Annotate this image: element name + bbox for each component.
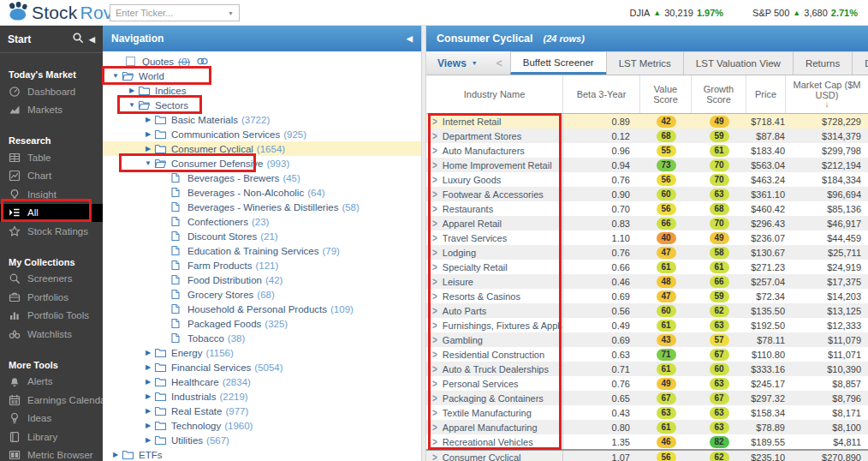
row-expand-icon[interactable]: > [432, 276, 437, 287]
tree-item-healthcare[interactable]: ▶Healthcare(2834) [103, 374, 421, 389]
tree-item-sectors[interactable]: ▼Sectors [103, 98, 421, 112]
expand-arrow-icon[interactable]: ▶ [142, 378, 154, 386]
tree-item-packaged-foods[interactable]: Packaged Foods(325) [103, 316, 421, 331]
column-header-beta-3-year[interactable]: Beta 3-Year [563, 75, 640, 113]
table-row-furnishings-fixtures-applian[interactable]: >Furnishings, Fixtures & Applian...0.496… [426, 318, 868, 332]
row-expand-icon[interactable]: > [432, 232, 437, 243]
table-row-gambling[interactable]: >Gambling0.694357$78.11$11,079 [426, 332, 868, 347]
row-expand-icon[interactable]: > [432, 436, 437, 447]
tree-item-education-training-services[interactable]: Education & Training Services(79) [103, 243, 421, 258]
search-icon[interactable] [72, 32, 84, 46]
row-expand-icon[interactable]: > [432, 218, 437, 229]
collapse-arrow-icon[interactable]: ▼ [110, 72, 122, 80]
table-row-auto-truck-dealerships[interactable]: >Auto & Truck Dealerships0.716160$333.16… [426, 362, 868, 376]
tree-item-energy[interactable]: ▶Energy(1156) [103, 345, 421, 360]
tree-item-beverages-wineries-distilleries[interactable]: Beverages - Wineries & Distilleries(58) [103, 200, 421, 214]
row-expand-icon[interactable]: > [432, 116, 437, 127]
collapse-navigation-icon[interactable] [407, 34, 413, 43]
row-expand-icon[interactable]: > [432, 247, 437, 258]
tree-item-farm-products[interactable]: Farm Products(121) [103, 258, 421, 272]
sidebar-item-portfolios[interactable]: Portfolios [0, 288, 103, 307]
tree-item-real-estate[interactable]: ▶Real Estate(977) [103, 404, 421, 418]
tree-item-consumer-cyclical[interactable]: ▶Consumer Cyclical(1654) [103, 141, 421, 156]
ticker-dropdown-icon[interactable] [228, 10, 234, 16]
tree-item-grocery-stores[interactable]: Grocery Stores(68) [103, 287, 421, 302]
expand-arrow-icon[interactable]: ▶ [142, 407, 154, 415]
column-header-growth-score[interactable]: Growth Score [692, 75, 746, 113]
table-row-internet-retail[interactable]: >Internet Retail0.894249$718.41$728,229 [426, 114, 868, 129]
tree-item-consumer-defensive[interactable]: ▼Consumer Defensive(993) [103, 156, 421, 171]
tab-lst-metrics[interactable]: LST Metrics [606, 51, 683, 75]
table-row-auto-parts[interactable]: >Auto Parts0.566062$135.50$13,125 [426, 303, 868, 318]
sidebar-item-portfolio-tools[interactable]: Portfolio Tools [0, 307, 103, 326]
expand-arrow-icon[interactable]: ▶ [142, 392, 154, 400]
row-expand-icon[interactable]: > [432, 422, 437, 433]
tree-item-quotes[interactable]: Quotes(0) [103, 54, 421, 69]
tree-item-food-distribution[interactable]: Food Distribution(42) [103, 272, 421, 287]
views-dropdown-button[interactable]: Views [426, 57, 489, 69]
tree-item-basic-materials[interactable]: ▶Basic Materials(3722) [103, 112, 421, 127]
row-expand-icon[interactable]: > [432, 145, 437, 156]
expand-arrow-icon[interactable]: ▶ [126, 87, 138, 94]
table-row-apparel-retail[interactable]: >Apparel Retail0.836670$296.43$46,917 [426, 216, 868, 230]
expand-arrow-icon[interactable]: ▶ [142, 349, 154, 356]
sidebar-item-dashboard[interactable]: Dashboard [0, 82, 103, 101]
table-row-luxury-goods[interactable]: >Luxury Goods0.765670$463.24$184,334 [426, 172, 868, 187]
sidebar-item-watchlists[interactable]: Watchlists [0, 325, 103, 344]
collapse-arrow-icon[interactable]: ▼ [142, 159, 154, 167]
row-expand-icon[interactable]: > [432, 159, 437, 171]
row-expand-icon[interactable]: > [432, 130, 437, 141]
expand-arrow-icon[interactable]: ▶ [142, 116, 154, 123]
sidebar-item-table[interactable]: Table [0, 148, 103, 167]
sidebar-item-metric-browser[interactable]: Metric Browser [0, 446, 103, 461]
row-expand-icon[interactable]: > [432, 349, 437, 360]
expand-arrow-icon[interactable]: ▶ [142, 436, 154, 444]
row-expand-icon[interactable]: > [432, 392, 437, 404]
table-row-auto-manufacturers[interactable]: >Auto Manufacturers0.965561$183.40$299,7… [426, 143, 868, 158]
tree-item-utilities[interactable]: ▶Utilities(567) [103, 433, 421, 447]
collapse-arrow-icon[interactable]: ▼ [126, 101, 138, 109]
quotes-count-link[interactable]: (0) [178, 57, 190, 67]
column-header-value-score[interactable]: Value Score [640, 75, 692, 113]
table-row-restaurants[interactable]: >Restaurants0.705668$460.42$85,136 [426, 201, 868, 216]
collapse-sidebar-icon[interactable] [89, 35, 95, 44]
expand-arrow-icon[interactable]: ▶ [142, 145, 154, 153]
quotes-checkbox[interactable] [126, 57, 135, 66]
tree-item-technology[interactable]: ▶Technology(1960) [103, 418, 421, 433]
sidebar-item-alerts[interactable]: Alerts [0, 373, 103, 392]
table-row-packaging-containers[interactable]: >Packaging & Containers0.656767$297.32$8… [426, 391, 868, 405]
row-expand-icon[interactable]: > [432, 334, 437, 345]
tab-buffett-screener[interactable]: Buffett Screener [510, 51, 606, 75]
table-row-department-stores[interactable]: >Department Stores0.126859$87.84$314,379 [426, 129, 868, 143]
table-row-residential-construction[interactable]: >Residential Construction0.637167$110.80… [426, 347, 868, 362]
expand-arrow-icon[interactable]: ▶ [142, 130, 154, 138]
row-expand-icon[interactable]: > [432, 452, 437, 461]
sidebar-item-library[interactable]: Library [0, 428, 103, 446]
table-row-footwear-accessories[interactable]: >Footwear & Accessories0.906063$361.10$9… [426, 187, 868, 201]
table-row-personal-services[interactable]: >Personal Services0.764963$245.17$8,857 [426, 376, 868, 391]
tab-dividend-calendar[interactable]: Dividend Calendar [852, 51, 868, 75]
tree-item-communication-services[interactable]: ▶Communication Services(925) [103, 127, 421, 141]
row-expand-icon[interactable]: > [432, 261, 437, 272]
table-row-resorts-casinos[interactable]: >Resorts & Casinos0.694759$72.34$14,203 [426, 289, 868, 303]
sidebar-item-screeners[interactable]: Screeners [0, 270, 103, 289]
column-header-price[interactable]: Price [746, 75, 786, 113]
row-expand-icon[interactable]: > [432, 407, 437, 418]
table-row-home-improvement-retail[interactable]: >Home Improvement Retail0.947370$563.04$… [426, 158, 868, 172]
table-row-apparel-manufacturing[interactable]: >Apparel Manufacturing0.806163$78.89$8,1… [426, 420, 868, 434]
table-row-travel-services[interactable]: >Travel Services1.104049$236.07$44,459 [426, 230, 868, 245]
tree-item-world[interactable]: ▼World [103, 69, 421, 83]
row-expand-icon[interactable]: > [432, 305, 437, 316]
tree-item-beverages-non-alcoholic[interactable]: Beverages - Non-Alcoholic(64) [103, 185, 421, 200]
row-expand-icon[interactable]: > [432, 290, 437, 302]
tree-item-indices[interactable]: ▶Indices [103, 83, 421, 98]
sidebar-item-earnings-calendar[interactable]: Earnings Calendar [0, 391, 103, 410]
tree-item-household-personal-products[interactable]: Household & Personal Products(109) [103, 302, 421, 316]
row-expand-icon[interactable]: > [432, 320, 437, 331]
tab-lst-valuation-view[interactable]: LST Valuation View [683, 51, 793, 75]
expand-arrow-icon[interactable]: ▶ [142, 363, 154, 371]
row-expand-icon[interactable]: > [432, 363, 437, 374]
row-expand-icon[interactable]: > [432, 203, 437, 214]
sidebar-item-all[interactable]: All [0, 204, 103, 223]
column-header-industry-name[interactable]: Industry Name [426, 75, 563, 113]
